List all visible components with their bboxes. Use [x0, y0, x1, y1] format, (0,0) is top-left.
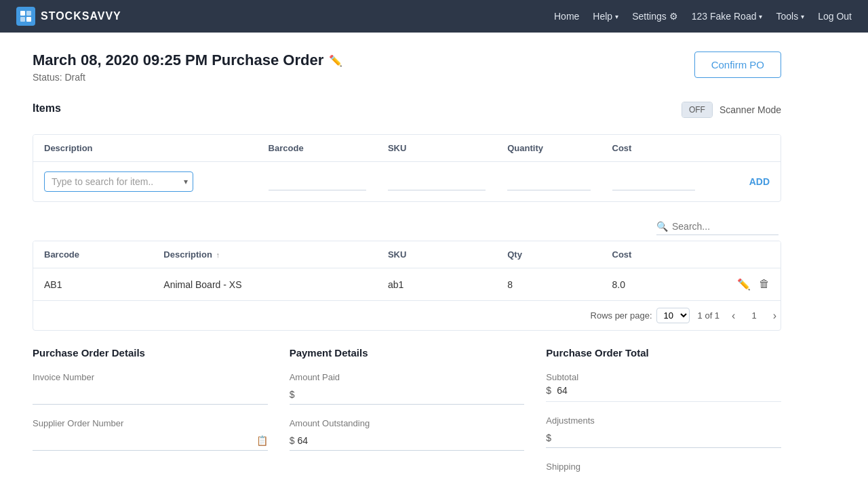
settings-gear-icon: ⚙ [669, 11, 678, 22]
amount-paid-currency: $ [290, 389, 295, 400]
adjustments-wrapper: $ [546, 428, 781, 448]
amount-paid-wrapper: $ [290, 385, 525, 405]
page-header: March 08, 2020 09:25 PM Purchase Order ✏… [33, 52, 781, 83]
nav-home[interactable]: Home [554, 11, 579, 22]
prev-page-button[interactable]: ‹ [728, 308, 739, 323]
table-row: AB1 Animal Board - XS ab1 8 8.0 ✏️ 🗑 [33, 268, 781, 301]
page-info: 1 of 1 [698, 310, 720, 321]
add-item-row: Type to search for item.. ▾ [33, 162, 781, 202]
results-table: Barcode Description ↑ SKU Qty Cost AB1 A… [33, 241, 781, 300]
rows-per-page: Rows per page: 10 25 50 [591, 308, 690, 323]
col-quantity: Quantity [496, 135, 601, 162]
nav-logout[interactable]: Log Out [818, 11, 852, 22]
edit-title-icon[interactable]: ✏️ [329, 54, 342, 67]
pagination-row: Rows per page: 10 25 50 1 of 1 ‹ 1 › [33, 300, 781, 330]
quantity-input[interactable] [507, 174, 590, 190]
results-table-container: Barcode Description ↑ SKU Qty Cost AB1 A… [33, 241, 781, 331]
main-content: March 08, 2020 09:25 PM Purchase Order ✏… [0, 33, 814, 488]
barcode-input[interactable] [269, 174, 366, 190]
cost-input[interactable] [612, 174, 695, 190]
add-cost-cell[interactable] [601, 162, 706, 202]
adjustments-input[interactable] [554, 432, 781, 443]
status-text: Status: Draft [33, 72, 342, 83]
subtotal-value: 64 [557, 385, 568, 396]
nav-location[interactable]: 123 Fake Road ▾ [692, 11, 763, 22]
results-search-row: 🔍 [33, 218, 781, 235]
pot-title: Purchase Order Total [546, 347, 781, 359]
add-item-tbody: Type to search for item.. ▾ [33, 162, 781, 202]
invoice-number-field: Invoice Number [33, 372, 268, 405]
col-cost: Cost [601, 135, 706, 162]
scanner-toggle[interactable]: OFF [682, 102, 713, 118]
amount-outstanding-wrapper: $ 64 [290, 431, 525, 451]
add-barcode-cell[interactable] [258, 162, 377, 202]
supplier-order-wrapper: 📋 [33, 431, 268, 451]
res-col-qty: Qty [496, 241, 601, 268]
res-col-barcode: Barcode [33, 241, 153, 268]
add-item-table-inner: Description Barcode SKU Quantity Cost [33, 135, 781, 201]
svg-rect-3 [26, 17, 31, 22]
pod-title: Purchase Order Details [33, 347, 268, 359]
row-description: Animal Board - XS [153, 268, 377, 301]
scanner-row: OFF Scanner Mode [682, 102, 781, 118]
add-quantity-cell[interactable] [496, 162, 601, 202]
amount-outstanding-label: Amount Outstanding [290, 418, 525, 428]
next-page-button[interactable]: › [769, 308, 781, 323]
sku-input[interactable] [388, 174, 486, 190]
subtotal-currency: $ [546, 385, 551, 396]
purchase-order-total: Purchase Order Total Subtotal $ 64 Adjus… [546, 347, 781, 485]
supplier-order-icon[interactable]: 📋 [256, 435, 268, 446]
tools-chevron-icon: ▾ [801, 13, 804, 20]
supplier-order-field: Supplier Order Number 📋 [33, 418, 268, 451]
invoice-number-label: Invoice Number [33, 372, 268, 382]
add-item-table: Description Barcode SKU Quantity Cost [33, 134, 781, 202]
supplier-order-input[interactable] [33, 435, 256, 446]
items-section: Items OFF Scanner Mode Description Barco… [33, 102, 781, 202]
add-sku-cell[interactable] [377, 162, 496, 202]
page-title: March 08, 2020 09:25 PM Purchase Order ✏… [33, 52, 342, 69]
add-item-header-row: Description Barcode SKU Quantity Cost [33, 135, 781, 162]
navbar: STOCKSAVVY Home Help ▾ Settings ⚙ 123 Fa… [0, 0, 868, 33]
svg-rect-0 [20, 11, 25, 16]
help-chevron-icon: ▾ [615, 13, 618, 20]
purchase-order-details: Purchase Order Details Invoice Number Su… [33, 347, 268, 485]
adjustments-label: Adjustments [546, 415, 781, 426]
amount-paid-label: Amount Paid [290, 372, 525, 382]
add-description-cell: Type to search for item.. ▾ [33, 162, 258, 202]
amount-outstanding-value: 64 [297, 435, 308, 446]
items-section-title: Items [33, 102, 61, 115]
nav-settings[interactable]: Settings ⚙ [632, 11, 678, 22]
row-sku: ab1 [377, 268, 496, 301]
add-item-thead: Description Barcode SKU Quantity Cost [33, 135, 781, 162]
col-description: Description [33, 135, 258, 162]
results-search-input[interactable] [672, 221, 778, 232]
scanner-mode-label: Scanner Mode [719, 104, 781, 115]
delete-row-icon[interactable]: 🗑 [759, 278, 770, 291]
brand-icon [16, 7, 35, 26]
add-btn-cell: ADD [706, 162, 781, 202]
amount-paid-field: Amount Paid $ [290, 372, 525, 405]
edit-row-icon[interactable]: ✏️ [737, 278, 751, 291]
res-col-description[interactable]: Description ↑ [153, 241, 377, 268]
svg-rect-2 [20, 17, 25, 22]
amount-paid-input[interactable] [297, 389, 524, 400]
svg-rect-1 [26, 11, 31, 16]
adjustments-currency: $ [546, 432, 551, 443]
confirm-po-button[interactable]: Confirm PO [694, 52, 781, 78]
results-header-row: Barcode Description ↑ SKU Qty Cost [33, 241, 781, 268]
nav-help[interactable]: Help ▾ [593, 11, 618, 22]
row-cost: 8.0 [601, 268, 706, 301]
row-action-icons: ✏️ 🗑 [717, 278, 770, 291]
adjustments-field: Adjustments $ [546, 415, 781, 448]
shipping-label: Shipping [546, 462, 781, 472]
results-tbody: AB1 Animal Board - XS ab1 8 8.0 ✏️ 🗑 [33, 268, 781, 301]
item-search-select[interactable]: Type to search for item.. [44, 171, 193, 192]
add-item-button[interactable]: ADD [749, 174, 770, 190]
rows-per-page-select[interactable]: 10 25 50 [656, 308, 690, 323]
res-col-actions [706, 241, 781, 268]
invoice-number-input[interactable] [33, 389, 268, 400]
shipping-field: Shipping [546, 462, 781, 472]
nav-tools[interactable]: Tools ▾ [776, 11, 804, 22]
payment-details: Payment Details Amount Paid $ Amount Out… [290, 347, 525, 485]
toggle-off-label: OFF [682, 102, 712, 117]
